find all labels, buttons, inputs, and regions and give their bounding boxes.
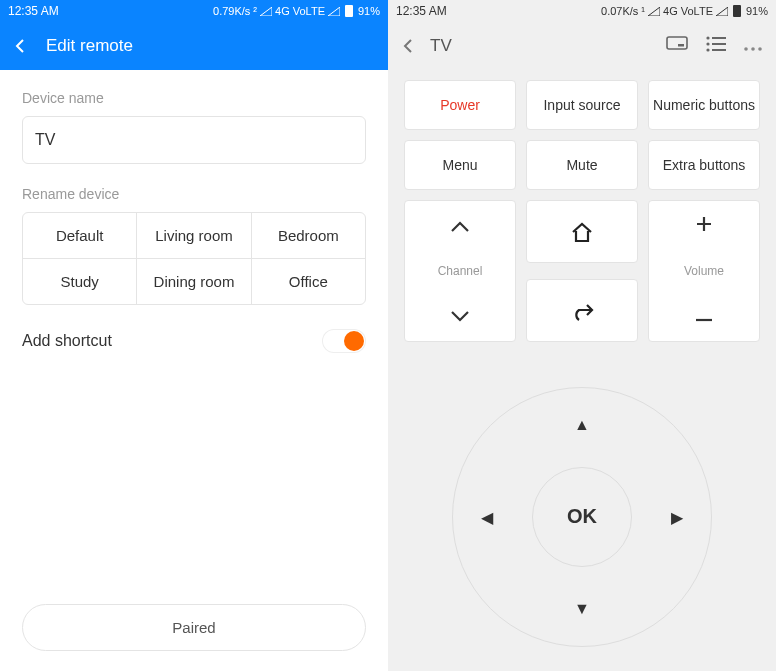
- back-icon[interactable]: [402, 35, 416, 58]
- more-icon[interactable]: [744, 37, 762, 55]
- page-title: Edit remote: [46, 36, 133, 56]
- extra-buttons-button[interactable]: Extra buttons: [648, 140, 760, 190]
- menu-button[interactable]: Menu: [404, 140, 516, 190]
- rename-option-dining-room[interactable]: Dining room: [136, 259, 250, 304]
- add-shortcut-label: Add shortcut: [22, 332, 112, 350]
- rename-option-bedroom[interactable]: Bedroom: [251, 213, 365, 258]
- ok-button[interactable]: OK: [532, 467, 632, 567]
- dpad-left-icon[interactable]: ◀: [481, 507, 493, 526]
- screen-remote-tv: 12:35 AM 0.07K/s ¹ 4G VoLTE 91% TV: [388, 0, 776, 671]
- device-name-input[interactable]: [22, 116, 366, 164]
- svg-rect-0: [667, 37, 687, 49]
- svg-rect-3: [712, 37, 726, 39]
- svg-point-2: [706, 36, 709, 39]
- volume-rocker: Volume: [648, 200, 760, 342]
- body: Device name Rename device Default Living…: [0, 70, 388, 671]
- header: Edit remote: [0, 22, 388, 70]
- mute-button[interactable]: Mute: [526, 140, 638, 190]
- screen-edit-remote: 12:35 AM 0.79K/s ² 4G VoLTE 91% Edit rem…: [0, 0, 388, 671]
- volume-down-icon[interactable]: [695, 304, 713, 327]
- battery-icon: [733, 5, 741, 17]
- caption-icon[interactable]: [666, 36, 688, 56]
- svg-point-9: [751, 47, 755, 51]
- rename-option-default[interactable]: Default: [23, 213, 136, 258]
- home-icon: [570, 221, 594, 243]
- dpad-down-icon[interactable]: ▼: [574, 600, 590, 618]
- rename-label: Rename device: [22, 186, 366, 202]
- status-time: 12:35 AM: [396, 4, 447, 18]
- svg-point-4: [706, 42, 709, 45]
- device-name-label: Device name: [22, 90, 366, 106]
- svg-point-8: [744, 47, 748, 51]
- rename-option-study[interactable]: Study: [23, 259, 136, 304]
- add-shortcut-toggle[interactable]: [322, 329, 366, 353]
- rename-option-living-room[interactable]: Living room: [136, 213, 250, 258]
- power-button[interactable]: Power: [404, 80, 516, 130]
- svg-rect-5: [712, 43, 726, 45]
- status-bar: 12:35 AM 0.07K/s ¹ 4G VoLTE 91%: [388, 0, 776, 22]
- signal-icon: [260, 7, 272, 16]
- signal-icon: [328, 7, 340, 16]
- back-button[interactable]: [526, 279, 638, 342]
- back-icon[interactable]: [14, 35, 28, 58]
- rename-grid: Default Living room Bedroom Study Dining…: [22, 212, 366, 305]
- channel-up-icon[interactable]: [450, 215, 470, 238]
- dpad-up-icon[interactable]: ▲: [574, 416, 590, 434]
- return-icon: [570, 301, 594, 321]
- svg-rect-7: [712, 49, 726, 51]
- volume-up-icon[interactable]: [695, 215, 713, 238]
- dpad: ▲ ▼ ◀ ▶ OK: [404, 352, 760, 671]
- svg-point-6: [706, 48, 709, 51]
- body: Power Input source Numeric buttons Menu …: [388, 70, 776, 671]
- header: TV: [388, 22, 776, 70]
- signal-icon: [716, 7, 728, 16]
- signal-icon: [648, 7, 660, 16]
- battery-icon: [345, 5, 353, 17]
- channel-down-icon[interactable]: [450, 304, 470, 327]
- status-right: 0.79K/s ² 4G VoLTE 91%: [213, 5, 380, 17]
- list-icon[interactable]: [706, 36, 726, 56]
- rename-option-office[interactable]: Office: [251, 259, 365, 304]
- add-shortcut-row: Add shortcut: [22, 325, 366, 357]
- dpad-right-icon[interactable]: ▶: [671, 507, 683, 526]
- svg-rect-1: [678, 44, 684, 47]
- page-title: TV: [430, 36, 652, 56]
- status-right: 0.07K/s ¹ 4G VoLTE 91%: [601, 5, 768, 17]
- home-button[interactable]: [526, 200, 638, 263]
- status-bar: 12:35 AM 0.79K/s ² 4G VoLTE 91%: [0, 0, 388, 22]
- input-source-button[interactable]: Input source: [526, 80, 638, 130]
- paired-button[interactable]: Paired: [22, 604, 366, 651]
- channel-label: Channel: [438, 264, 483, 278]
- volume-label: Volume: [684, 264, 724, 278]
- status-time: 12:35 AM: [8, 4, 59, 18]
- channel-rocker: Channel: [404, 200, 516, 342]
- svg-point-10: [758, 47, 762, 51]
- numeric-buttons-button[interactable]: Numeric buttons: [648, 80, 760, 130]
